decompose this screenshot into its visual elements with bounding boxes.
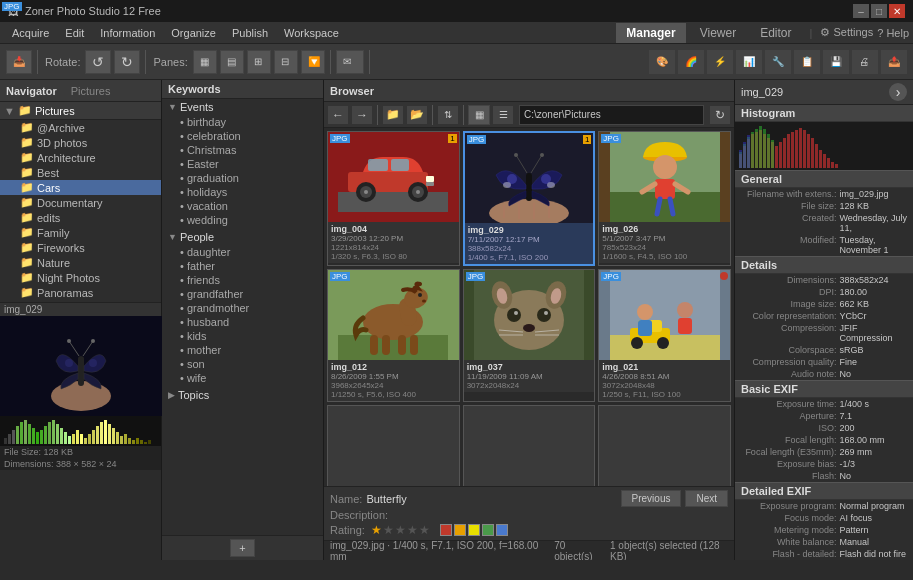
rotate-left-button[interactable]: ↺	[85, 50, 111, 74]
tree-item-family[interactable]: 📁Family	[0, 225, 161, 240]
icon-btn-6[interactable]: 📋	[794, 50, 820, 74]
kw-daughter[interactable]: • daughter	[162, 245, 323, 259]
menu-organize[interactable]: Organize	[163, 25, 224, 41]
tree-item-archive[interactable]: 📁@Archive	[0, 120, 161, 135]
pane-btn-4[interactable]: ⊟	[274, 50, 298, 74]
editor-tab[interactable]: Editor	[750, 23, 801, 43]
color-dot-orange[interactable]	[454, 524, 466, 536]
icon-btn-9[interactable]: 📤	[881, 50, 907, 74]
svg-point-68	[547, 182, 555, 188]
sort-button[interactable]: ⇅	[437, 105, 459, 125]
previous-button[interactable]: Previous	[621, 490, 682, 507]
tree-item-panoramas[interactable]: 📁Panoramas	[0, 285, 161, 300]
kw-grandmother[interactable]: • grandmother	[162, 301, 323, 315]
topics-section-header[interactable]: ▶ Topics	[162, 387, 323, 403]
tree-item-fireworks[interactable]: 📁Fireworks	[0, 240, 161, 255]
events-section-header[interactable]: ▼ Events	[162, 99, 323, 115]
basic-exif-section-header: Basic EXIF	[735, 380, 913, 398]
rating-stars[interactable]: ★ ★ ★ ★ ★	[371, 523, 430, 537]
icon-btn-2[interactable]: 🌈	[678, 50, 704, 74]
kw-birthday[interactable]: • birthday	[162, 115, 323, 129]
browser-toolbar: ← → 📁 📂 ⇅ ▦ ☰ C:\zoner\Pictures ↻	[324, 102, 734, 128]
email-button[interactable]: ✉	[336, 50, 364, 74]
next-button[interactable]: Next	[685, 490, 728, 507]
kw-christmas[interactable]: • Christmas	[162, 143, 323, 157]
tree-item-night-photos[interactable]: 📁Night Photos	[0, 270, 161, 285]
thumbnail-img021[interactable]: JPG img_021 4/26/2008 8:51 AM 3072x2048x…	[598, 269, 731, 402]
folder-new-button[interactable]: 📁	[382, 105, 404, 125]
kw-wife[interactable]: • wife	[162, 371, 323, 385]
menu-edit[interactable]: Edit	[57, 25, 92, 41]
kw-vacation[interactable]: • vacation	[162, 199, 323, 213]
thumbnail-7[interactable]: JPG	[327, 405, 460, 486]
pane-btn-2[interactable]: ▤	[220, 50, 244, 74]
icon-btn-5[interactable]: 🔧	[765, 50, 791, 74]
icon-btn-4[interactable]: 📊	[736, 50, 762, 74]
kw-grandfather[interactable]: • grandfather	[162, 287, 323, 301]
kw-holidays[interactable]: • holidays	[162, 185, 323, 199]
minimize-button[interactable]: –	[853, 4, 869, 18]
people-section-header[interactable]: ▼ People	[162, 229, 323, 245]
acquire-button[interactable]: 📥	[6, 50, 32, 74]
icon-btn-1[interactable]: 🎨	[649, 50, 675, 74]
thumbnail-img037[interactable]: JPG img_037 11/19/2009 11:09 AM 3072x204…	[463, 269, 596, 402]
help-button[interactable]: ? Help	[877, 27, 909, 39]
settings-button[interactable]: ⚙ Settings	[820, 26, 873, 39]
kw-kids[interactable]: • kids	[162, 329, 323, 343]
thumbnail-img026[interactable]: JPG img_026 5/1/2007 3:47 PM 785x523x24 …	[598, 131, 731, 266]
rotate-right-button[interactable]: ↻	[114, 50, 140, 74]
view-thumbs-button[interactable]: ▦	[468, 105, 490, 125]
pane-btn-3[interactable]: ⊞	[247, 50, 271, 74]
kw-friends[interactable]: • friends	[162, 273, 323, 287]
view-list-button[interactable]: ☰	[492, 105, 514, 125]
thumbnail-img029[interactable]: 1 JPG img_029 7/11/2007 12:17 PM 388x582…	[463, 131, 596, 266]
tree-item-architecture[interactable]: 📁Architecture	[0, 150, 161, 165]
info-expand-icon[interactable]: ›	[889, 83, 907, 101]
kw-celebration[interactable]: • celebration	[162, 129, 323, 143]
folder-open-button[interactable]: 📂	[406, 105, 428, 125]
kw-son[interactable]: • son	[162, 357, 323, 371]
maximize-button[interactable]: □	[871, 4, 887, 18]
color-dot-red[interactable]	[440, 524, 452, 536]
refresh-button[interactable]: ↻	[709, 105, 731, 125]
kw-graduation[interactable]: • graduation	[162, 171, 323, 185]
icon-btn-7[interactable]: 💾	[823, 50, 849, 74]
forward-button[interactable]: →	[351, 105, 373, 125]
menu-acquire[interactable]: Acquire	[4, 25, 57, 41]
thumbnail-img012[interactable]: JPG img_012 8/26/2009 1:55 PM 3968x2645x…	[327, 269, 460, 402]
icon-btn-8[interactable]: 🖨	[852, 50, 878, 74]
close-button[interactable]: ✕	[889, 4, 905, 18]
filter-button[interactable]: 🔽	[301, 50, 325, 74]
kw-father[interactable]: • father	[162, 259, 323, 273]
tree-item-nature[interactable]: 📁Nature	[0, 255, 161, 270]
kw-mother[interactable]: • mother	[162, 343, 323, 357]
thumbnail-img004[interactable]: 1 JPG img_004 3/29/2003 12:20 PM 1221x81…	[327, 131, 460, 266]
svg-rect-152	[771, 140, 774, 168]
tree-item-3dphotos[interactable]: 📁3D photos	[0, 135, 161, 150]
icon-btn-3[interactable]: ⚡	[707, 50, 733, 74]
thumbnail-9[interactable]	[598, 405, 731, 486]
tree-item-edits[interactable]: 📁edits	[0, 210, 161, 225]
color-dot-blue[interactable]	[496, 524, 508, 536]
kw-easter[interactable]: • Easter	[162, 157, 323, 171]
menu-publish[interactable]: Publish	[224, 25, 276, 41]
kw-wedding[interactable]: • wedding	[162, 213, 323, 227]
manager-tab[interactable]: Manager	[616, 23, 685, 43]
toolbar-separator-1	[37, 50, 38, 74]
menu-workspace[interactable]: Workspace	[276, 25, 347, 41]
svg-rect-33	[104, 420, 107, 444]
color-dot-green[interactable]	[482, 524, 494, 536]
thumbnail-8[interactable]	[463, 405, 596, 486]
tree-item-pictures[interactable]: ▼ 📁 Pictures	[0, 102, 161, 120]
back-button[interactable]: ←	[327, 105, 349, 125]
tree-item-best[interactable]: 📁Best	[0, 165, 161, 180]
kw-husband[interactable]: • husband	[162, 315, 323, 329]
path-bar[interactable]: C:\zoner\Pictures	[519, 105, 704, 125]
viewer-tab[interactable]: Viewer	[690, 23, 746, 43]
menu-information[interactable]: Information	[92, 25, 163, 41]
color-dot-yellow[interactable]	[468, 524, 480, 536]
tree-item-cars[interactable]: 📁Cars	[0, 180, 161, 195]
tree-item-documentary[interactable]: 📁Documentary	[0, 195, 161, 210]
add-keyword-button[interactable]: +	[230, 539, 254, 557]
pane-btn-1[interactable]: ▦	[193, 50, 217, 74]
